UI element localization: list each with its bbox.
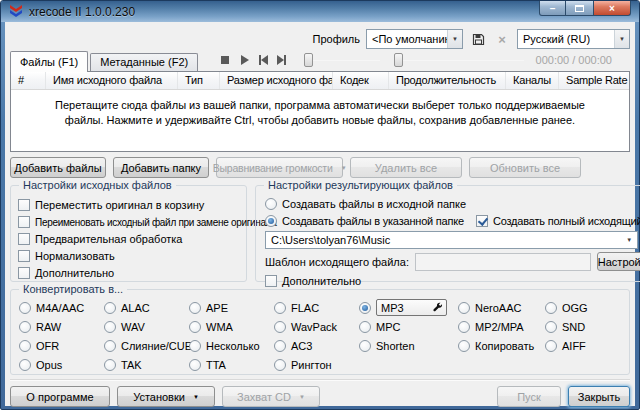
format-ofr[interactable]: OFR <box>19 338 104 353</box>
app-logo-icon <box>9 5 23 18</box>
delete-profile-button[interactable]: × <box>493 30 511 48</box>
close-window-button[interactable]: × <box>593 1 631 16</box>
format-ogg[interactable]: OGG <box>545 300 623 315</box>
play-button[interactable] <box>235 52 252 68</box>
radio-icon <box>19 302 31 314</box>
volume-slider[interactable] <box>304 52 382 68</box>
stop-button[interactable] <box>216 52 233 68</box>
radio-output-specified-folder[interactable]: Создавать файлы в указанной папке <box>282 215 464 227</box>
format-snd[interactable]: SND <box>545 319 623 334</box>
language-select[interactable]: Русский (RU) ▼ <box>517 29 630 49</box>
format-ape[interactable]: APE <box>189 300 274 315</box>
format-flac[interactable]: FLAC <box>274 300 359 315</box>
tab-files[interactable]: Файлы (F1) <box>10 51 88 72</box>
slider-thumb[interactable] <box>304 53 313 67</box>
cd-rip-button[interactable]: Захват CD ▼ <box>222 386 320 407</box>
client-area: Профиль <По умолчанию> ▼ × Русский (RU) … <box>5 22 635 406</box>
time-display: 000:00 / 000:00 <box>536 54 612 66</box>
setup-button[interactable]: Установки ▼ <box>117 386 215 407</box>
wrench-icon <box>432 302 443 313</box>
format-wav[interactable]: WAV <box>104 319 189 334</box>
format-opus[interactable]: Opus <box>19 357 104 372</box>
format-wavpack[interactable]: WavPack <box>274 319 359 334</box>
format-aiff[interactable]: AIFF <box>545 338 623 353</box>
radio-icon <box>104 359 116 371</box>
remove-all-button[interactable]: Удалить все <box>350 157 462 178</box>
maximize-button[interactable] <box>566 1 593 16</box>
slider-thumb[interactable] <box>394 53 403 67</box>
chevron-down-icon: ▼ <box>341 165 347 171</box>
chevron-down-icon: ▼ <box>193 394 199 400</box>
seek-slider[interactable] <box>394 52 525 68</box>
file-list-header: # Имя исходного файла Тип Размер исходно… <box>11 72 629 90</box>
format-grid: M4A/AAC ALAC APE FLAC MP3 NeroAAC OGG RA… <box>19 300 623 376</box>
profile-select[interactable]: <По умолчанию> ▼ <box>366 29 463 49</box>
format-alac[interactable]: ALAC <box>104 300 189 315</box>
add-folder-button[interactable]: Добавить папку <box>113 157 209 178</box>
refresh-all-button[interactable]: Обновить все <box>469 157 581 178</box>
format-mp3[interactable]: MP3 <box>359 300 458 315</box>
output-path-select[interactable]: C:\Users\tolyan76\Music ▼ <box>265 231 638 249</box>
checkbox-rename-source[interactable]: Переименовать исходный файл при замене о… <box>18 215 241 229</box>
format-m4a-aac[interactable]: M4A/AAC <box>19 300 104 315</box>
checkbox-icon <box>18 267 30 279</box>
drop-zone[interactable]: Перетащите сюда файлы из вашей папки, пр… <box>11 90 629 151</box>
radio-output-source-folder[interactable]: Создавать файлы в исходной папке <box>265 196 640 211</box>
profile-value: <По умолчанию> <box>367 33 447 45</box>
tab-metadata[interactable]: Метаданные (F2) <box>90 53 198 71</box>
column-header-channels[interactable]: Каналы <box>506 72 559 89</box>
format-ac3[interactable]: AC3 <box>274 338 359 353</box>
radio-icon <box>545 302 557 314</box>
format-merge-cue[interactable]: Слияние/CUE <box>104 338 189 353</box>
window-controls: – × <box>539 1 631 16</box>
column-header-source-name[interactable]: Имя исходного файла <box>46 72 178 89</box>
format-shorten[interactable]: Shorten <box>359 338 458 353</box>
radio-icon <box>265 198 277 210</box>
add-files-button[interactable]: Добавить файлы <box>10 157 106 178</box>
app-window: xrecode II 1.0.0.230 – × Профиль <По умо… <box>0 0 640 410</box>
template-label: Шаблон исходящего файла: <box>265 256 409 268</box>
format-multiple[interactable]: Несколько <box>189 338 274 353</box>
column-header-duration[interactable]: Продолжительность <box>389 72 506 89</box>
format-mp2-mpa[interactable]: MP2/MPA <box>458 319 545 334</box>
format-raw[interactable]: RAW <box>19 319 104 334</box>
next-track-button[interactable] <box>273 52 290 68</box>
format-neroaac[interactable]: NeroAAC <box>458 300 545 315</box>
checkbox-source-advanced[interactable]: Дополнительно <box>18 266 241 280</box>
format-copy[interactable]: Копировать <box>458 338 545 353</box>
save-profile-button[interactable] <box>469 30 487 48</box>
format-ringtone[interactable]: Рингтон <box>274 357 359 372</box>
about-button[interactable]: О программе <box>10 386 110 407</box>
format-wma[interactable]: WMA <box>189 319 274 334</box>
column-header-source-size[interactable]: Размер исходного файла <box>220 72 333 89</box>
column-header-type[interactable]: Тип <box>178 72 220 89</box>
floppy-disk-icon <box>472 33 485 46</box>
play-icon <box>237 53 251 67</box>
checkbox-full-output-path[interactable]: Создавать полный исходящий путь <box>493 215 640 227</box>
radio-icon[interactable] <box>265 215 277 227</box>
minimize-button[interactable]: – <box>539 1 566 16</box>
checkbox-move-to-recycle[interactable]: Переместить оригинал в корзину <box>18 198 241 212</box>
column-header-number[interactable]: # <box>11 72 46 89</box>
radio-icon <box>545 321 557 333</box>
template-settings-button[interactable]: Настройки <box>597 252 640 271</box>
checkbox-normalize[interactable]: Нормализовать <box>18 249 241 263</box>
format-mpc[interactable]: MPC <box>359 319 458 334</box>
radio-icon <box>104 321 116 333</box>
volume-leveling-button[interactable]: Выравнивание громкости ▼ <box>216 157 343 178</box>
format-tak[interactable]: TAK <box>104 357 189 372</box>
start-button[interactable]: Пуск <box>497 386 561 407</box>
maximize-icon <box>575 5 584 12</box>
format-tta[interactable]: TTA <box>189 357 274 372</box>
close-button[interactable]: Закрыть <box>568 386 630 407</box>
mp3-settings-button[interactable]: MP3 <box>376 299 447 316</box>
column-header-codec[interactable]: Кодек <box>333 72 389 89</box>
checkbox-icon[interactable] <box>476 215 488 227</box>
radio-icon <box>458 321 470 333</box>
titlebar: xrecode II 1.0.0.230 – × <box>1 1 639 22</box>
checkbox-preprocessing[interactable]: Предварительная обработка <box>18 232 241 246</box>
column-header-sample-rate[interactable]: Sample Rate <box>559 72 629 89</box>
checkbox-output-advanced[interactable]: Дополнительно <box>265 274 640 288</box>
previous-track-button[interactable] <box>254 52 271 68</box>
template-input[interactable] <box>415 253 591 271</box>
